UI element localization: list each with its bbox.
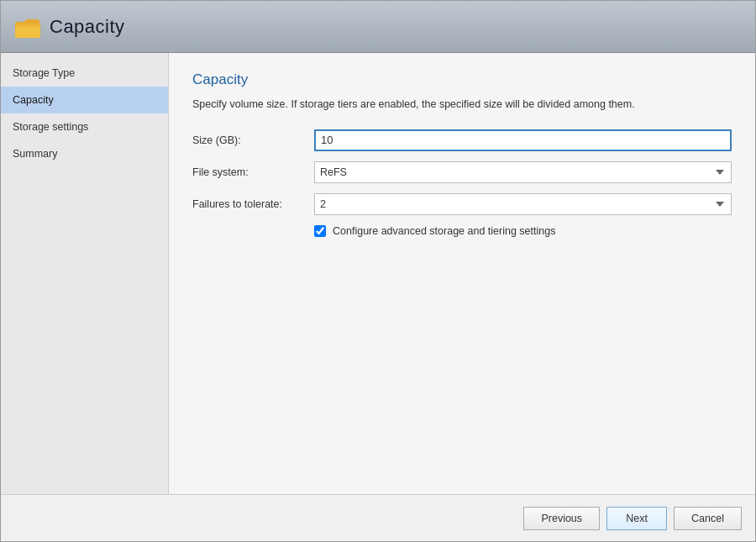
sidebar-item-capacity[interactable]: Capacity	[1, 87, 168, 113]
size-input[interactable]	[314, 129, 732, 151]
folder-icon	[14, 13, 41, 40]
filesystem-select[interactable]: ReFS NTFS FAT32	[314, 161, 732, 183]
previous-button[interactable]: Previous	[523, 507, 600, 530]
title-text: Capacity	[50, 16, 125, 38]
failures-row: Failures to tolerate: 0 1 2 3	[192, 193, 732, 215]
cancel-button[interactable]: Cancel	[674, 507, 742, 530]
sidebar-item-storage-settings[interactable]: Storage settings	[1, 113, 168, 140]
advanced-settings-label[interactable]: Configure advanced storage and tiering s…	[333, 225, 555, 237]
content-panel: Capacity Specify volume size. If storage…	[169, 53, 755, 494]
next-button[interactable]: Next	[606, 507, 667, 530]
main-area: Storage Type Capacity Storage settings S…	[1, 53, 755, 494]
size-label: Size (GB):	[192, 134, 314, 146]
svg-rect-2	[15, 24, 40, 27]
sidebar-item-storage-type[interactable]: Storage Type	[1, 60, 168, 87]
filesystem-label: File system:	[192, 166, 314, 178]
content-title: Capacity	[192, 71, 732, 88]
failures-label: Failures to tolerate:	[192, 198, 314, 210]
advanced-settings-row: Configure advanced storage and tiering s…	[314, 225, 732, 237]
title-bar: Capacity	[1, 1, 755, 53]
advanced-settings-checkbox[interactable]	[314, 225, 326, 237]
sidebar-item-summary[interactable]: Summary	[1, 140, 168, 167]
content-description: Specify volume size. If storage tiers ar…	[192, 97, 732, 113]
sidebar: Storage Type Capacity Storage settings S…	[1, 53, 169, 494]
wizard-window: Capacity Storage Type Capacity Storage s…	[0, 0, 756, 542]
filesystem-row: File system: ReFS NTFS FAT32	[192, 161, 732, 183]
footer: Previous Next Cancel	[1, 494, 755, 541]
size-row: Size (GB):	[192, 129, 732, 151]
failures-select[interactable]: 0 1 2 3	[314, 193, 732, 215]
